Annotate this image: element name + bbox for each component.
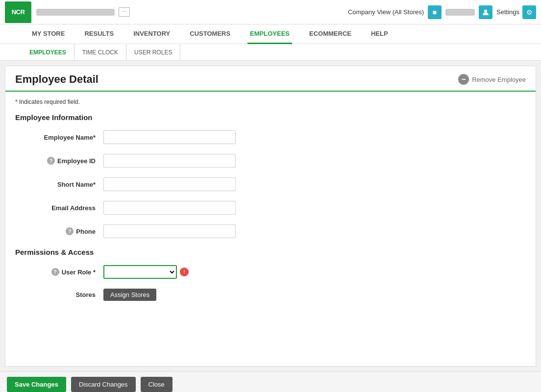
bottom-actions: Save Changes Discard Changes Close [0,371,541,392]
email-row: Email Address [15,201,526,215]
save-changes-button[interactable]: Save Changes [7,377,66,392]
employee-name-label-wrap: Employee Name* [25,134,103,141]
user-role-select[interactable] [103,265,177,279]
assign-stores-button[interactable]: Assign Stores [103,289,156,301]
nav-ecommerce[interactable]: ECOMMERCE [307,24,354,44]
short-name-input[interactable] [103,177,236,191]
user-role-wrap: ! [103,265,189,279]
employee-name-row: Employee Name* [15,130,526,144]
user-role-label-wrap: ? User Role * [25,268,103,276]
employee-id-help-icon[interactable]: ? [47,157,55,165]
employee-id-row: ? Employee ID [15,154,526,168]
employee-id-label: Employee ID [57,157,96,165]
store-name-area: ⋯ [36,7,343,17]
user-name-blurred [445,9,475,16]
phone-help-icon[interactable]: ? [66,227,74,235]
user-role-row: ? User Role * ! [15,265,526,279]
svg-point-0 [484,9,487,12]
remove-employee-label: Remove Employee [472,76,526,83]
required-note: * Indicates required field. [15,98,526,105]
settings-icon-btn[interactable]: ⚙ [522,5,536,19]
subnav-user-roles[interactable]: USER ROLES [126,44,180,61]
short-name-label-wrap: Short Name* [25,181,103,188]
company-view-area: Company View (All Stores) ■ Settings ⚙ [348,5,536,19]
email-label-wrap: Email Address [25,204,103,212]
employee-id-label-wrap: ? Employee ID [25,157,103,165]
remove-icon: − [458,74,469,85]
logo-text: NCR [12,8,25,16]
phone-input[interactable] [103,224,236,238]
remove-employee-button[interactable]: − Remove Employee [458,74,526,85]
store-name-blurred [36,9,115,16]
phone-row: ? Phone [15,224,526,238]
nav-inventory[interactable]: INVENTORY [131,24,172,44]
main-nav: MY STORE RESULTS INVENTORY CUSTOMERS EMP… [0,24,541,44]
user-role-error-icon: ! [180,268,189,276]
sub-nav: EMPLOYEES TIME CLOCK USER ROLES [0,44,541,61]
nav-help[interactable]: HELP [369,24,391,44]
phone-label: Phone [76,228,96,235]
employee-name-input[interactable] [103,130,236,144]
stores-label-wrap: Stores [25,291,103,298]
short-name-label: Short Name* [57,181,96,188]
user-icon-btn[interactable] [479,5,492,19]
stores-label: Stores [76,291,96,298]
company-view-icon-btn[interactable]: ■ [428,5,442,19]
subnav-time-clock[interactable]: TIME CLOCK [74,44,126,61]
company-view-label: Company View (All Stores) [348,8,424,16]
page-header: Employee Detail − Remove Employee [5,66,536,92]
email-label: Email Address [51,204,96,212]
employee-info-section-title: Employee Information [15,113,526,122]
settings-area: Settings ⚙ [496,5,536,19]
employee-name-label: Employee Name* [44,134,96,141]
subnav-employees[interactable]: EMPLOYEES [29,44,74,61]
nav-results[interactable]: RESULTS [82,24,116,44]
nav-my-store[interactable]: MY STORE [29,24,67,44]
ncr-logo: NCR [5,1,31,23]
stores-row: Stores Assign Stores [15,289,526,301]
short-name-row: Short Name* [15,177,526,191]
store-selector-button[interactable]: ⋯ [119,7,130,17]
nav-employees[interactable]: EMPLOYEES [247,24,292,44]
employee-id-input[interactable] [103,154,236,168]
permissions-section-title: Permissions & Access [15,248,526,256]
content-area[interactable]: * Indicates required field. Employee Inf… [5,92,536,366]
top-header: NCR ⋯ Company View (All Stores) ■ Settin… [0,0,541,24]
close-button[interactable]: Close [141,377,172,392]
settings-label: Settings [496,8,519,16]
nav-customers[interactable]: CUSTOMERS [187,24,233,44]
user-role-help-icon[interactable]: ? [51,268,59,276]
email-input[interactable] [103,201,236,215]
user-role-label: User Role * [62,269,96,276]
phone-label-wrap: ? Phone [25,227,103,235]
page-title: Employee Detail [15,73,98,86]
discard-changes-button[interactable]: Discard Changes [71,377,136,392]
page-wrapper: Employee Detail − Remove Employee * Indi… [5,66,536,367]
